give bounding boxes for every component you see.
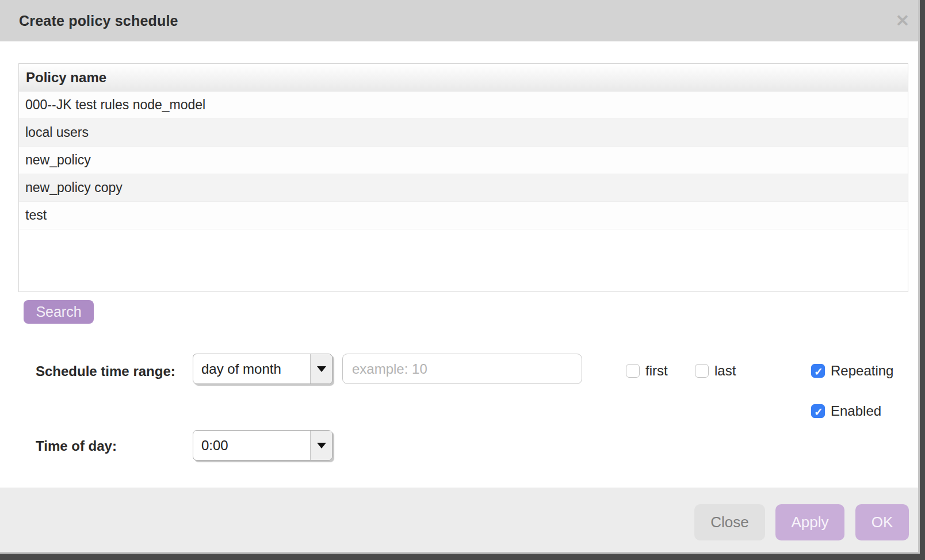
page-backdrop: Create policy schedule ✕ Policy name 000… xyxy=(0,0,925,560)
time-of-day-label: Time of day: xyxy=(36,438,117,455)
close-button[interactable]: Close xyxy=(694,504,765,540)
policy-table-header: Policy name xyxy=(19,64,908,91)
dialog-header: Create policy schedule ✕ xyxy=(0,0,918,41)
search-button[interactable]: Search xyxy=(24,300,94,324)
chevron-down-icon[interactable] xyxy=(310,354,332,383)
checkbox-icon[interactable] xyxy=(626,364,640,378)
time-of-day-select[interactable]: 0:00 xyxy=(193,430,332,461)
first-checkbox[interactable]: first xyxy=(626,362,668,379)
range-type-selected-value: day of month xyxy=(193,354,310,383)
schedule-time-range-label: Schedule time range: xyxy=(36,363,175,380)
enabled-checkbox-label: Enabled xyxy=(831,403,881,419)
dialog-title: Create policy schedule xyxy=(19,13,178,29)
table-row[interactable]: 000--JK test rules node_model xyxy=(19,91,908,119)
checkbox-icon[interactable] xyxy=(811,404,825,418)
close-icon[interactable]: ✕ xyxy=(891,0,914,41)
table-row[interactable]: local users xyxy=(19,119,908,147)
first-checkbox-label: first xyxy=(645,363,668,379)
range-type-select[interactable]: day of month xyxy=(193,354,332,384)
create-policy-schedule-dialog: Create policy schedule ✕ Policy name 000… xyxy=(0,0,920,554)
ok-button[interactable]: OK xyxy=(855,504,909,540)
table-row[interactable]: test xyxy=(19,202,908,229)
range-value-input[interactable] xyxy=(342,354,582,384)
checkbox-icon[interactable] xyxy=(695,364,709,378)
last-checkbox[interactable]: last xyxy=(695,362,736,379)
checkbox-icon[interactable] xyxy=(811,364,825,378)
apply-button[interactable]: Apply xyxy=(775,504,844,540)
last-checkbox-label: last xyxy=(714,363,736,379)
chevron-down-icon[interactable] xyxy=(310,431,332,460)
dialog-body: Policy name 000--JK test rules node_mode… xyxy=(0,41,918,488)
enabled-checkbox[interactable]: Enabled xyxy=(811,402,881,420)
table-row[interactable]: new_policy xyxy=(19,147,908,174)
repeating-checkbox[interactable]: Repeating xyxy=(811,362,893,379)
policy-table: Policy name 000--JK test rules node_mode… xyxy=(18,63,908,292)
table-row[interactable]: new_policy copy xyxy=(19,174,908,202)
dialog-footer: Close Apply OK xyxy=(0,488,918,552)
repeating-checkbox-label: Repeating xyxy=(831,363,893,379)
time-of-day-selected-value: 0:00 xyxy=(193,431,310,460)
